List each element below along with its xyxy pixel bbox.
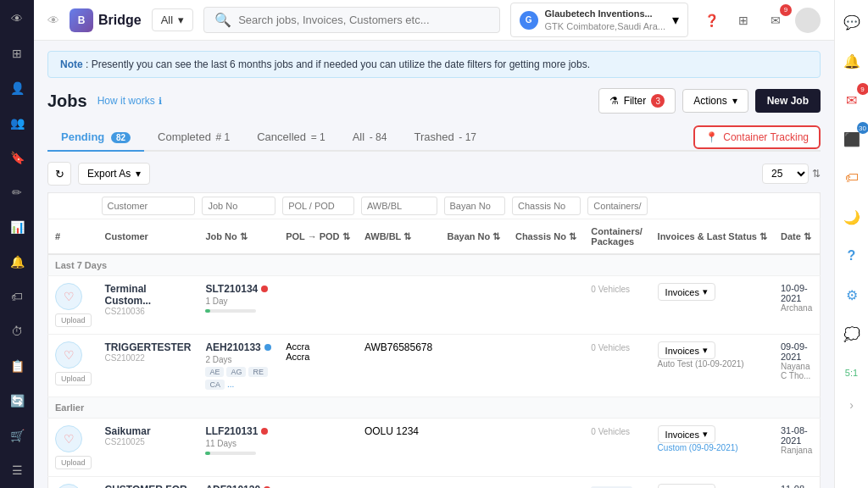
invoices-button-1[interactable]: Invoices ▾ xyxy=(658,283,715,301)
sidebar-edit-icon[interactable]: ✏ xyxy=(5,182,29,202)
tab-trashed[interactable]: Trashed - 17 xyxy=(400,124,490,152)
cell-date-4: 11-08-2021 xyxy=(774,477,821,489)
container-tracking-button[interactable]: 📍 Container Tracking xyxy=(693,125,821,149)
filter-cell-containers xyxy=(584,193,650,219)
sidebar-cart-icon[interactable]: 🛒 xyxy=(5,425,29,445)
invoices-button-4[interactable]: Invoices ▾ xyxy=(658,484,715,488)
sidebar-grid-icon[interactable]: ⊞ xyxy=(5,43,29,63)
customer-avatar-3[interactable]: ♡ xyxy=(55,425,82,452)
sidebar-chart-icon[interactable]: 📊 xyxy=(5,217,29,236)
filter-customer-input[interactable] xyxy=(102,197,196,215)
cell-polpod-2: Accra Accra xyxy=(279,335,358,397)
mail-nav-icon[interactable]: ✉ 9 xyxy=(763,8,788,33)
tag-right-icon[interactable]: 🏷 xyxy=(838,164,865,191)
sidebar-sync-icon[interactable]: 🔄 xyxy=(5,391,29,410)
tab-cancelled[interactable]: Cancelled = 1 xyxy=(243,124,338,152)
customer-id-1: CS210036 xyxy=(105,307,192,316)
th-bayan[interactable]: Bayan No ⇅ xyxy=(441,219,509,255)
more-tags-button[interactable]: ... xyxy=(227,380,234,390)
sidebar-tag-icon[interactable]: 🏷 xyxy=(5,286,29,306)
filter-dropdown[interactable]: All ▾ xyxy=(152,8,193,31)
cell-awb-1 xyxy=(358,276,441,335)
client-selector[interactable]: G Glaubetech Inventions... GTK Coimbator… xyxy=(510,3,688,37)
question-icon[interactable]: ? xyxy=(838,242,865,269)
avatar[interactable] xyxy=(795,8,821,33)
tab-pending[interactable]: Pending 82 xyxy=(47,124,144,152)
filter-chassis-input[interactable] xyxy=(512,197,581,215)
upload-button-2[interactable]: Upload xyxy=(55,372,92,385)
actions-button[interactable]: Actions ▾ xyxy=(682,89,748,113)
sidebar-user-icon[interactable]: 👤 xyxy=(5,78,29,97)
vehicles-1: 0 Vehicles xyxy=(591,285,630,294)
customer-name-2: TRIGGERTESTER xyxy=(105,341,192,353)
location-pin-icon: 📍 xyxy=(705,131,718,143)
sidebar-clipboard-icon[interactable]: 📋 xyxy=(5,356,29,375)
sidebar-layers-icon[interactable]: ☰ xyxy=(5,460,29,480)
sidebar-users-icon[interactable]: 👥 xyxy=(5,113,29,132)
search-input[interactable] xyxy=(238,14,488,26)
customer-avatar-1[interactable]: ♡ xyxy=(55,283,82,310)
moon-icon[interactable]: 🌙 xyxy=(838,203,865,230)
upload-button-1[interactable]: Upload xyxy=(55,313,92,327)
refresh-button[interactable]: ↻ xyxy=(47,162,71,186)
mail-right-icon[interactable]: ✉ 9 xyxy=(838,86,865,114)
sidebar-right: 💬 🔔 ✉ 9 ⬛ 30 🏷 🌙 ? ⚙ 💭 5:1 › xyxy=(834,0,868,488)
export-button[interactable]: Export As ▾ xyxy=(78,163,150,185)
sidebar-bell-icon[interactable]: 🔔 xyxy=(5,252,29,271)
filter-containers-input[interactable] xyxy=(587,197,647,215)
table-row: ♡ Upload Saikumar CS210025 LLF210131 11 xyxy=(48,419,821,477)
invoices-button-2[interactable]: Invoices ▾ xyxy=(658,341,715,359)
help-icon[interactable]: ❓ xyxy=(698,8,724,33)
th-date[interactable]: Date ⇅ xyxy=(774,219,821,255)
cell-invoices-3: Invoices ▾ Custom (09-09-2021) xyxy=(651,419,774,477)
how-it-works-link[interactable]: How it works ℹ xyxy=(97,95,162,107)
sidebar-bookmark-icon[interactable]: 🔖 xyxy=(5,147,29,167)
gear-right-icon[interactable]: ⚙ xyxy=(838,281,865,308)
expand-right-icon[interactable]: › xyxy=(849,398,854,412)
filter-jobno-input[interactable] xyxy=(202,197,275,215)
custom-date-3: Custom (09-09-2021) xyxy=(658,443,767,452)
filter-button[interactable]: ⚗ Filter 3 xyxy=(598,88,676,114)
customer-avatar-4[interactable]: ♡ xyxy=(55,484,82,488)
square-right-icon[interactable]: ⬛ 30 xyxy=(838,125,865,152)
filter-awb-input[interactable] xyxy=(361,197,437,215)
chat-icon[interactable]: 💬 xyxy=(838,8,865,36)
job-no-4: ADF210130 xyxy=(205,484,272,488)
new-job-button[interactable]: New Job xyxy=(755,89,821,113)
date-3: 31-08-2021 xyxy=(781,425,813,446)
days-2: 2 Days xyxy=(205,355,272,364)
cell-containers-1: 0 Vehicles xyxy=(584,276,650,335)
th-awb[interactable]: AWB/BL ⇅ xyxy=(358,219,441,255)
pod-2: Accra xyxy=(286,352,351,362)
th-polpod[interactable]: POL → POD ⇅ xyxy=(279,219,358,255)
cell-bayan-2 xyxy=(441,335,509,397)
th-customer[interactable]: Customer xyxy=(98,219,199,255)
nav-eye-icon[interactable]: 👁 xyxy=(47,14,59,27)
header-actions: ⚗ Filter 3 Actions ▾ New Job xyxy=(598,88,821,114)
upload-button-3[interactable]: Upload xyxy=(55,456,92,469)
chart-right-icon[interactable]: 5:1 xyxy=(838,359,865,386)
cell-num-2: ♡ Upload xyxy=(48,335,98,397)
per-page-select[interactable]: 25 50 100 xyxy=(762,164,809,184)
th-jobno[interactable]: Job No ⇅ xyxy=(198,219,279,255)
bubble-icon[interactable]: 💭 xyxy=(838,320,865,347)
th-invoices[interactable]: Invoices & Last Status ⇅ xyxy=(651,219,774,255)
th-chassis[interactable]: Chassis No ⇅ xyxy=(509,219,584,255)
sidebar-eye-icon[interactable]: 👁 xyxy=(5,8,29,28)
filter-label: All xyxy=(161,14,173,26)
apps-icon[interactable]: ⊞ xyxy=(731,8,756,33)
tab-all[interactable]: All - 84 xyxy=(339,124,401,152)
sidebar-clock-icon[interactable]: ⏱ xyxy=(5,321,29,341)
status-bar-fill-3 xyxy=(205,452,210,455)
customer-avatar-2[interactable]: ♡ xyxy=(55,341,82,369)
actions-label: Actions xyxy=(693,95,726,107)
navbar: 👁 B Bridge All ▾ 🔍 G Glaubetech Inventio… xyxy=(34,0,834,41)
filter-bayan-input[interactable] xyxy=(444,197,505,215)
bell-right-icon[interactable]: 🔔 xyxy=(838,47,865,75)
filter-polpod-input[interactable] xyxy=(282,197,354,215)
tab-completed[interactable]: Completed # 1 xyxy=(144,124,243,152)
filter-cell-jobno xyxy=(198,193,279,219)
invoices-button-3[interactable]: Invoices ▾ xyxy=(658,425,715,443)
cell-chassis-2 xyxy=(509,335,584,397)
page-title: Jobs xyxy=(47,92,87,111)
